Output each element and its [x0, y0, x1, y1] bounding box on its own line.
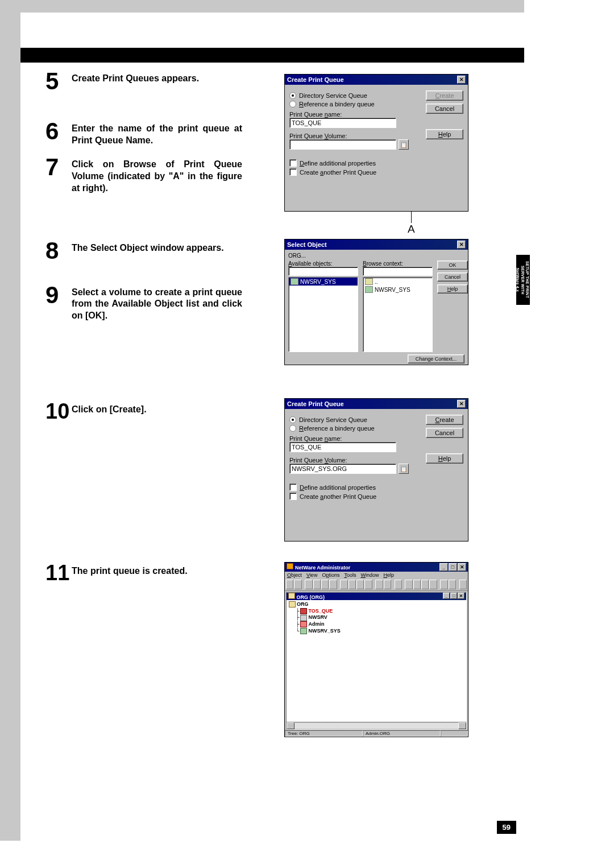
- list-item[interactable]: NWSRV_SYS: [289, 278, 358, 286]
- step-text: Click on Browse of Print Queue Volume (i…: [72, 156, 242, 194]
- radio-reference-bindery-queue[interactable]: Reference a bindery queue: [289, 101, 426, 108]
- top-black-bar: [20, 48, 524, 63]
- menu-object[interactable]: Object: [287, 572, 302, 578]
- print-queue-name-input[interactable]: TOS_QUE: [289, 118, 396, 128]
- minimize-icon[interactable]: _: [439, 563, 448, 571]
- close-icon[interactable]: ✕: [458, 563, 466, 571]
- org-icon: [289, 601, 296, 607]
- status-user: Admin.ORG: [363, 730, 441, 737]
- radio-label: Directory Service Queue: [299, 92, 367, 99]
- help-button[interactable]: Help: [426, 453, 463, 464]
- tree-view[interactable]: ORG ├ TOS_QUE ├ NWSRV ├ Admin └ NWSRV_SY…: [287, 600, 466, 722]
- step-text: Select a volume to create a print queue …: [72, 284, 242, 322]
- print-queue-name-label: Print Queue name:: [289, 111, 426, 118]
- available-objects-label: Available objects:: [288, 261, 358, 267]
- toolbar-button[interactable]: [421, 580, 429, 589]
- toolbar-button[interactable]: [321, 580, 329, 589]
- toolbar-button[interactable]: [440, 580, 447, 589]
- callout-line: [411, 212, 412, 223]
- cancel-button[interactable]: Cancel: [426, 104, 463, 114]
- radio-label: Directory Service Queue: [299, 416, 367, 423]
- print-queue-name-input[interactable]: TOS_QUE: [289, 442, 396, 452]
- define-additional-properties-checkbox[interactable]: Define additional properties: [289, 483, 426, 491]
- list-item[interactable]: NWSRV_SYS: [363, 286, 432, 294]
- radio-directory-service-queue[interactable]: Directory Service Queue: [289, 416, 426, 423]
- toolbar-button[interactable]: [313, 580, 321, 589]
- tree-node-volume[interactable]: └ NWSRV_SYS: [289, 628, 464, 635]
- menu-bar: Object View Options Tools Window Help: [285, 572, 468, 578]
- step-text: The Select Object window appears.: [72, 240, 242, 254]
- horizontal-scrollbar[interactable]: [287, 722, 466, 729]
- create-button[interactable]: Create: [426, 415, 463, 425]
- step-number: 8: [45, 240, 72, 262]
- scroll-left-icon[interactable]: [287, 722, 294, 729]
- tree-node-queue[interactable]: ├ TOS_QUE: [289, 608, 464, 615]
- step-text: Click on [Create].: [72, 402, 242, 416]
- toolbar-button[interactable]: [429, 580, 437, 589]
- cancel-button[interactable]: Cancel: [437, 272, 468, 282]
- browse-icon[interactable]: 📋: [399, 464, 409, 474]
- help-button[interactable]: Help: [426, 129, 463, 139]
- toolbar-button[interactable]: [356, 580, 364, 589]
- print-queue-volume-input[interactable]: [289, 139, 396, 150]
- maximize-icon[interactable]: □: [449, 563, 457, 571]
- toolbar-button[interactable]: [375, 580, 383, 589]
- help-button[interactable]: Help: [437, 284, 468, 294]
- radio-reference-bindery-queue[interactable]: Reference a bindery queue: [289, 425, 426, 432]
- create-print-queue-dialog-1: Create Print Queue ✕ Directory Service Q…: [284, 74, 468, 212]
- menu-help[interactable]: Help: [383, 572, 394, 578]
- create-another-print-queue-checkbox[interactable]: Create another Print Queue: [289, 168, 426, 176]
- menu-tools[interactable]: Tools: [344, 572, 356, 578]
- callout-a: A: [408, 223, 415, 235]
- tree-node-server[interactable]: ├ NWSRV: [289, 614, 464, 621]
- toolbar-button[interactable]: [459, 580, 467, 589]
- toolbar-button[interactable]: [364, 580, 372, 589]
- toolbar-button[interactable]: [395, 580, 402, 589]
- menu-options[interactable]: Options: [322, 572, 339, 578]
- create-another-print-queue-checkbox[interactable]: Create another Print Queue: [289, 493, 426, 500]
- toolbar-button[interactable]: [413, 580, 421, 589]
- available-objects-list[interactable]: NWSRV_SYS: [288, 277, 358, 352]
- toolbar-button[interactable]: [340, 580, 347, 589]
- browse-context-list[interactable]: .. NWSRV_SYS: [363, 277, 433, 352]
- toolbar-button[interactable]: [384, 580, 391, 589]
- available-objects-filter[interactable]: [288, 267, 358, 276]
- define-additional-properties-checkbox[interactable]: Define additional properties: [289, 159, 426, 167]
- org-icon: [288, 593, 295, 599]
- close-icon[interactable]: ✕: [458, 593, 464, 599]
- toolbar-button[interactable]: [294, 580, 301, 589]
- step-number: 9: [45, 284, 72, 306]
- volume-icon: [300, 628, 307, 634]
- toolbar-button[interactable]: [329, 580, 337, 589]
- status-bar: Tree: ORG Admin.ORG: [285, 730, 468, 737]
- ok-button[interactable]: OK: [437, 261, 468, 270]
- toolbar-button[interactable]: [449, 580, 456, 589]
- toolbar: [285, 578, 468, 591]
- close-icon[interactable]: ✕: [457, 76, 466, 84]
- close-icon[interactable]: ✕: [457, 400, 466, 408]
- toolbar-button[interactable]: [305, 580, 312, 589]
- cancel-button[interactable]: Cancel: [426, 428, 463, 438]
- menu-view[interactable]: View: [306, 572, 317, 578]
- tree-node-admin[interactable]: ├ Admin: [289, 621, 464, 628]
- toolbar-button[interactable]: [286, 580, 293, 589]
- up-context-icon: [365, 278, 373, 285]
- menu-window[interactable]: Window: [360, 572, 379, 578]
- browse-icon[interactable]: 📋: [399, 139, 409, 150]
- radio-directory-service-queue[interactable]: Directory Service Queue: [289, 92, 426, 99]
- tree-node-org[interactable]: ORG: [289, 601, 464, 608]
- dialog-title: Create Print Queue: [287, 400, 344, 407]
- scroll-right-icon[interactable]: [458, 722, 466, 729]
- toolbar-button[interactable]: [349, 580, 356, 589]
- maximize-icon[interactable]: □: [450, 593, 457, 599]
- close-icon[interactable]: ✕: [457, 241, 466, 249]
- change-context-button[interactable]: Change Context...: [408, 354, 464, 363]
- print-queue-volume-input[interactable]: NWSRV_SYS.ORG: [289, 464, 396, 474]
- list-item[interactable]: ..: [363, 278, 432, 286]
- browse-context-filter[interactable]: [363, 267, 433, 276]
- toolbar-button[interactable]: [405, 580, 412, 589]
- app-icon: [287, 563, 293, 569]
- minimize-icon[interactable]: _: [443, 593, 450, 599]
- print-queue-volume-label: Print Queue Volume:: [289, 457, 426, 464]
- create-button[interactable]: Create: [426, 90, 463, 101]
